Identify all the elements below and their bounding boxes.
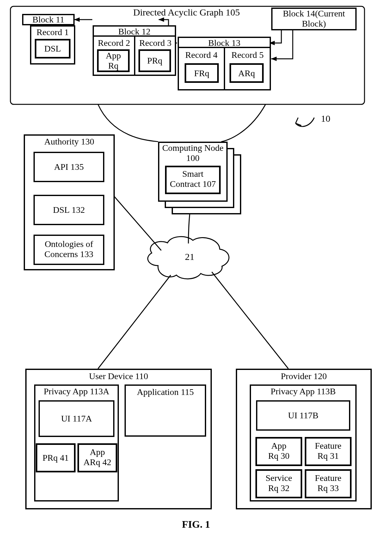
record-4: Record 4 xyxy=(179,50,224,60)
prq41-label: PRq 41 xyxy=(36,453,76,463)
cloud-label: 21 xyxy=(182,251,198,262)
smart-contract-label: Smart Contract 107 xyxy=(165,169,221,189)
apprq30-label: App Rq 30 xyxy=(255,441,302,461)
frq-label: FRq xyxy=(185,68,219,78)
arq-label: ARq xyxy=(230,68,264,78)
apprq-label: App Rq xyxy=(97,51,130,71)
provider-title: Provider 120 xyxy=(236,371,372,381)
featrq33-label: Feature Rq 33 xyxy=(305,473,352,493)
record-3: Record 3 xyxy=(135,38,175,48)
record-2: Record 2 xyxy=(94,38,134,48)
svcrq32-label: Service Rq 32 xyxy=(255,473,302,493)
ui-b-label: UI 117B xyxy=(256,410,350,421)
record-5: Record 5 xyxy=(225,50,270,60)
privacy-app-a-title: Privacy App 113A xyxy=(34,386,119,397)
svg-line-3 xyxy=(114,197,161,250)
block-14-title: Block 14(Current Block) xyxy=(271,9,357,29)
privacy-app-b-title: Privacy App 113B xyxy=(250,386,357,397)
dsl-132-label: DSL 132 xyxy=(34,205,104,215)
diagram-root: Directed Acyclic Graph 105 Block 11 Reco… xyxy=(0,0,392,541)
api-label: API 135 xyxy=(34,162,104,172)
dag-title: Directed Acyclic Graph 105 xyxy=(126,7,247,18)
ui-a-label: UI 117A xyxy=(39,414,114,424)
block-12-title: Block 12 xyxy=(93,27,176,37)
prq-label: PRq xyxy=(138,56,171,66)
block-11-title: Block 11 xyxy=(22,15,75,25)
block-13-title: Block 13 xyxy=(178,38,271,48)
featrq31-label: Feature Rq 31 xyxy=(305,441,352,461)
apparq42-label: App ARq 42 xyxy=(77,447,117,467)
dsl-label: DSL xyxy=(35,44,70,54)
svg-line-5 xyxy=(212,272,288,369)
authority-title: Authority 130 xyxy=(24,137,115,147)
application-115-label: Application 115 xyxy=(125,387,206,397)
ontologies-label: Ontologies of Concerns 133 xyxy=(34,239,104,259)
computing-node-title: Computing Node 100 xyxy=(158,143,228,163)
user-device-title: User Device 110 xyxy=(25,371,212,381)
svg-line-4 xyxy=(98,275,171,369)
figure-caption: FIG. 1 xyxy=(0,519,392,530)
system-ref: 10 xyxy=(316,113,335,124)
record-1: Record 1 xyxy=(30,27,75,37)
